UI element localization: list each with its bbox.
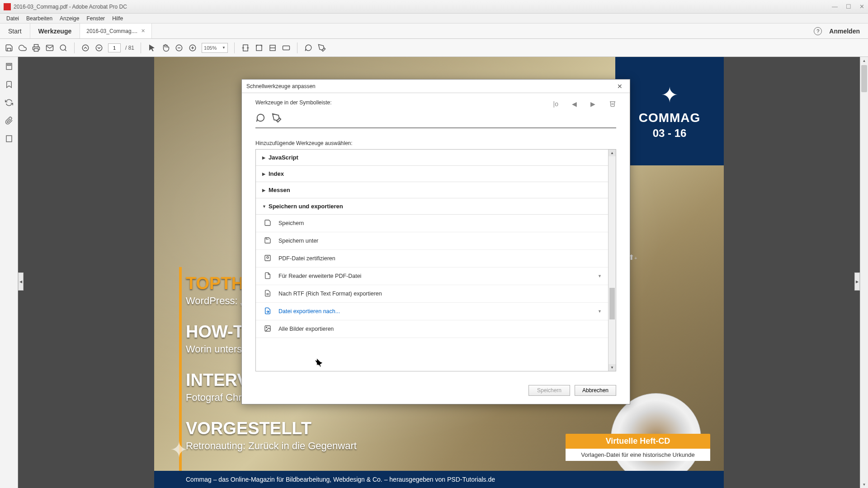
rotate-icon[interactable] (5, 99, 13, 107)
brand-box: ✦ COMMAG 03 - 16 (615, 57, 724, 165)
menu-anzeige[interactable]: Anzeige (56, 15, 83, 22)
zoom-select[interactable]: 105%▼ (202, 43, 228, 53)
move-left-icon[interactable]: ◀ (572, 100, 577, 108)
tool-item-rtf-export[interactable]: Nach RTF (Rich Text Format) exportieren (256, 285, 608, 303)
label-current-tools: Werkzeuge in der Symbolleiste: (255, 99, 332, 106)
minimize-button[interactable]: — (832, 3, 838, 10)
scroll-down-arrow[interactable]: ▼ (860, 481, 868, 488)
dialog-title: Schnellwerkzeuge anpassen (246, 83, 316, 89)
main-toolbar: / 81 105%▼ (0, 39, 868, 57)
tab-werkzeuge[interactable]: Werkzeuge (30, 23, 80, 38)
fit-page-icon[interactable] (255, 43, 264, 52)
tab-document[interactable]: 2016-03_Commag.... ✕ (80, 23, 152, 38)
page-number-input[interactable] (108, 43, 121, 52)
attach-icon[interactable] (5, 117, 13, 125)
collapse-left-button[interactable]: ◀ (18, 272, 24, 291)
fit-width-icon[interactable] (241, 43, 250, 52)
current-tool-comment-icon[interactable] (255, 113, 265, 123)
svg-rect-18 (283, 46, 290, 50)
page-up-icon[interactable] (81, 43, 90, 52)
layers-icon[interactable] (5, 135, 13, 143)
watermark-icon: ✦ (163, 434, 195, 465)
search-icon[interactable] (59, 43, 68, 52)
zoom-out-icon[interactable] (175, 43, 184, 52)
tab-close-icon[interactable]: ✕ (141, 28, 145, 34)
category-javascript[interactable]: ▶JavaScript (256, 150, 608, 166)
save-button[interactable]: Speichern (528, 385, 570, 396)
cancel-button[interactable]: Abbrechen (575, 385, 616, 396)
tool-item-label: Speichern unter (278, 238, 318, 244)
svg-rect-1 (34, 44, 38, 47)
zoom-in-icon[interactable] (188, 43, 197, 52)
tool-item-label: Alle Bilder exportieren (278, 326, 334, 332)
tool-item-reader-erweitert[interactable]: Für Reader erweiterte PDF-Datei ▼ (256, 267, 608, 285)
login-link[interactable]: Anmelden (829, 28, 860, 35)
insert-divider-icon[interactable]: |o (553, 100, 558, 108)
read-mode-icon[interactable] (282, 43, 291, 52)
brand-name: COMMAG (639, 111, 701, 125)
cd-title: Virtuelle Heft-CD (566, 434, 710, 449)
highlight-icon[interactable] (317, 43, 326, 52)
scrollbar-thumb[interactable] (861, 65, 867, 92)
scroll-up-arrow[interactable]: ▲ (860, 57, 868, 64)
svg-rect-0 (34, 48, 38, 51)
thumbnails-icon[interactable] (5, 62, 13, 70)
move-right-icon[interactable]: ▶ (590, 100, 595, 108)
delete-tool-icon[interactable] (609, 100, 616, 108)
vertical-scrollbar[interactable]: ▲ ▼ (860, 57, 868, 488)
bookmarks-icon[interactable] (5, 80, 13, 89)
svg-point-6 (96, 45, 102, 51)
tool-item-speichern[interactable]: Speichern (256, 215, 608, 232)
tab-bar: Start Werkzeuge 2016-03_Commag.... ✕ ? A… (0, 23, 868, 39)
tool-item-label: Speichern (278, 220, 304, 226)
chevron-down-icon: ▼ (598, 309, 602, 314)
tab-start[interactable]: Start (0, 23, 30, 38)
close-window-button[interactable]: ✕ (859, 3, 864, 10)
list-scroll-up[interactable]: ▲ (609, 150, 616, 156)
add-to-toolbar-icon[interactable]: ⬆+ (628, 253, 637, 262)
chevron-down-icon: ▼ (598, 274, 602, 278)
help-icon[interactable]: ? (814, 27, 822, 35)
list-scroll-thumb[interactable] (609, 288, 615, 319)
tool-item-datei-exportieren[interactable]: Datei exportieren nach... ▼ (256, 303, 608, 320)
save-file-icon (264, 219, 272, 227)
category-messen[interactable]: ▶Messen (256, 182, 608, 198)
svg-point-3 (60, 45, 66, 50)
select-tool-icon[interactable] (147, 43, 156, 52)
current-tools-strip[interactable] (255, 108, 616, 128)
category-speichern-exportieren[interactable]: ▼Speichern und exportieren (256, 198, 608, 215)
save-as-icon (264, 237, 272, 245)
svg-rect-15 (256, 45, 262, 51)
save-icon[interactable] (5, 43, 14, 52)
maximize-button[interactable]: ☐ (846, 3, 851, 10)
current-tool-highlight-icon[interactable] (272, 113, 282, 123)
svg-rect-20 (7, 65, 11, 66)
tool-item-label: Datei exportieren nach... (278, 308, 340, 314)
tool-item-zertifizieren[interactable]: PDF-Datei zertifizieren (256, 250, 608, 267)
tool-item-speichern-unter[interactable]: Speichern unter (256, 232, 608, 250)
menu-datei[interactable]: Datei (3, 15, 23, 22)
dialog-titlebar[interactable]: Schnellwerkzeuge anpassen ✕ (242, 80, 630, 93)
customize-tools-dialog: Schnellwerkzeuge anpassen ✕ Werkzeuge in… (241, 79, 630, 404)
dialog-close-button[interactable]: ✕ (614, 83, 625, 90)
category-index[interactable]: ▶Index (256, 166, 608, 182)
hand-tool-icon[interactable] (161, 43, 170, 52)
list-scroll-down[interactable]: ▼ (609, 364, 616, 371)
tool-item-label: PDF-Datei zertifizieren (278, 255, 335, 262)
cd-text: Vorlagen-Datei für eine historische Urku… (566, 449, 710, 461)
mail-icon[interactable] (45, 43, 54, 52)
print-icon[interactable] (32, 43, 41, 52)
menu-fenster[interactable]: Fenster (83, 15, 108, 22)
list-scrollbar[interactable]: ▲ ▼ (608, 150, 616, 371)
collapse-right-button[interactable]: ▶ (854, 272, 860, 291)
section-heading-3: VORGESTELLT (186, 419, 357, 438)
page-down-icon[interactable] (94, 43, 104, 52)
menu-bearbeiten[interactable]: Bearbeiten (23, 15, 56, 22)
reader-extended-icon (264, 272, 272, 280)
menu-hilfe[interactable]: Hilfe (108, 15, 127, 22)
tool-item-label: Für Reader erweiterte PDF-Datei (278, 273, 361, 279)
fit-visible-icon[interactable] (268, 43, 277, 52)
cloud-icon[interactable] (18, 43, 27, 52)
comment-icon[interactable] (304, 43, 313, 52)
tool-item-alle-bilder[interactable]: Alle Bilder exportieren (256, 320, 608, 338)
